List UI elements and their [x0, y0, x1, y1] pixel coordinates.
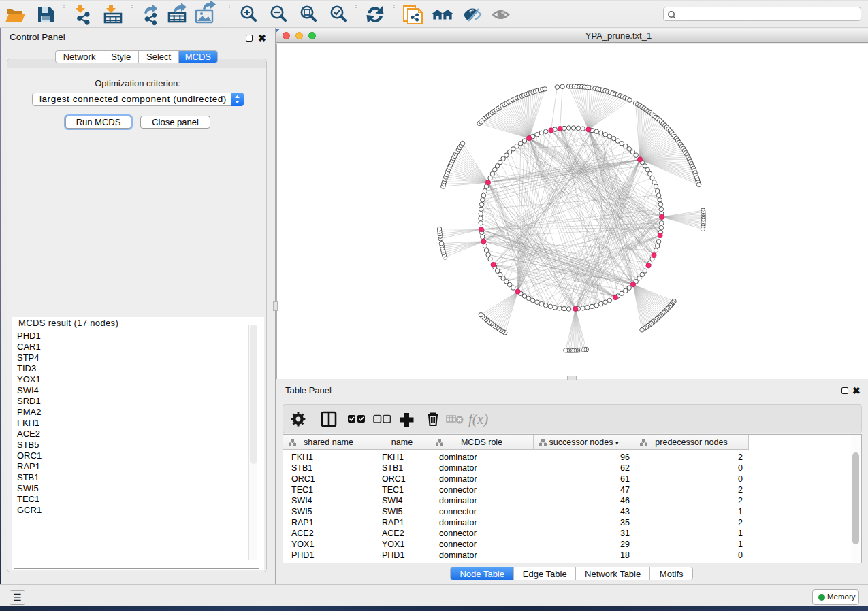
svg-text:f(x): f(x): [468, 411, 488, 427]
